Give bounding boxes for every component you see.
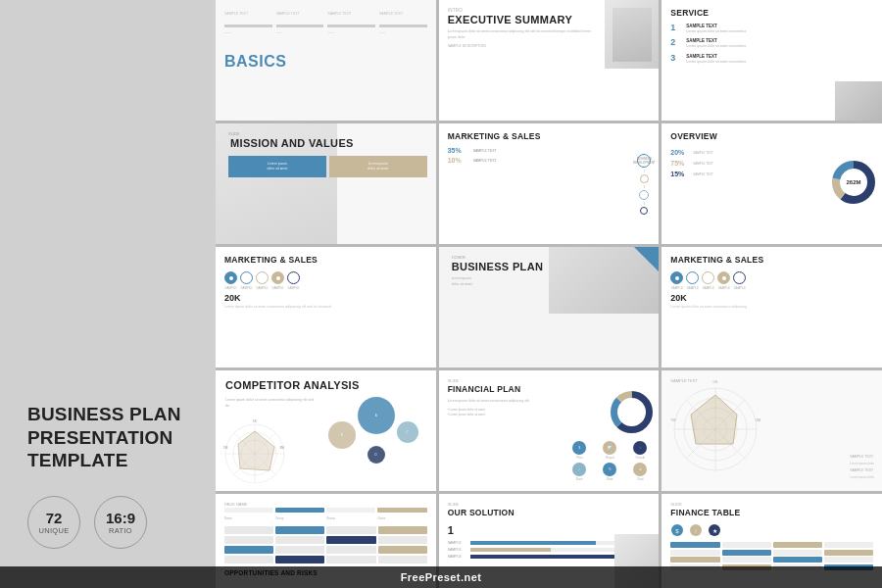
mkt2-icons: SAMPLE SAMPLE SAMPLE SAMPLE SAMPLE [224, 271, 427, 290]
ratio-value: 16:9 [106, 511, 135, 525]
fintable-title: FINANCE TABLE [670, 508, 873, 517]
slide-service: SERVICE 1 SAMPLE TEXT Lorem ipsum dolor … [662, 0, 882, 121]
exec-desc: Lorem ipsum dolor sit amet consectetur a… [448, 29, 597, 40]
svg-text:3M: 3M [756, 417, 761, 422]
unique-count: 72 [46, 511, 63, 525]
exec-tag: INTRO [448, 8, 597, 13]
service-item-2: 2 SAMPLE TEXT Lorem ipsum dolor sit amet… [670, 38, 873, 49]
mission-box-tan: Lorem ipsumdolor sit amet [329, 156, 427, 177]
badges-container: 72 UNIQUE 16:9 RATIO [27, 496, 188, 549]
svg-text:262M: 262M [846, 179, 860, 185]
svg-marker-27 [691, 395, 737, 444]
finplan-icons: $ Plan 📊 Report ↑ Growth ✓ Done % Rate ★ [565, 441, 654, 481]
service-image [835, 81, 882, 121]
fintable-icon-3: ★ [708, 523, 721, 537]
basics-title: BASICS [224, 52, 427, 71]
bp-title: BUSINESS PLAN [452, 261, 651, 273]
slide-basics: SAMPLE TEXT SAMPLE TEXT SAMPLE TEXT SAMP… [216, 0, 436, 121]
exec-subdesc: SAMPLE DESCRIPTION [448, 44, 597, 50]
svg-text:7M: 7M [670, 417, 676, 422]
svg-text:7M: 7M [223, 446, 228, 450]
slide-overview: OVERVIEW 20% SAMPLE TEXT 75% SAMPLE TEXT… [662, 123, 882, 244]
unique-label: UNIQUE [39, 526, 70, 535]
mkt1-circles: BUSINESSDEVELOPMENT [637, 154, 651, 215]
overview-title: OVERVIEW [670, 131, 873, 141]
ratio-badge: 16:9 RATIO [94, 496, 147, 549]
service-items: 1 SAMPLE TEXT Lorem ipsum dolor sit amet… [670, 24, 873, 65]
main-title: BUSINESS PLAN PRESENTATION TEMPLATE [27, 403, 188, 472]
finplan-chart [610, 390, 654, 434]
svg-text:5K: 5K [253, 419, 258, 423]
slide-business-plan: COVER BUSINESS PLAN Lorem ipsumdolor sit… [439, 247, 660, 368]
competitor-bubbles: A B C D [323, 387, 431, 475]
service-item-1: 1 SAMPLE TEXT Lorem ipsum dolor sit amet… [670, 24, 873, 34]
slide-mission: SLIDE MISSION AND VALUES Lorem ipsumdolo… [216, 123, 436, 244]
competitor-radar: 5K 7M 3M [220, 419, 289, 483]
slide-competitor-analysis: COMPETITOR ANALYSIS Lorem ipsum dolor si… [216, 370, 436, 491]
mkt2-title: MARKETING & SALES [224, 255, 427, 265]
slides-grid: SAMPLE TEXT SAMPLE TEXT SAMPLE TEXT SAMP… [216, 0, 882, 588]
exec-image [605, 0, 659, 69]
bp-content: COVER BUSINESS PLAN Lorem ipsumdolor sit… [448, 255, 651, 287]
mission-title: MISSION AND VALUES [228, 137, 427, 150]
opp-table [224, 526, 427, 565]
svg-text:★: ★ [712, 528, 717, 534]
svg-text:3M: 3M [279, 446, 284, 450]
mkt3-value: 20K [670, 293, 873, 303]
mission-boxes: Lorem ipsumdolor sit amet Lorem ipsumdol… [228, 156, 427, 177]
mkt3-icons: SAMPLE SAMPLE SAMPLE SAMPLE SAMPLE [670, 271, 873, 290]
slide-marketing-2: MARKETING & SALES SAMPLE SAMPLE SAMPLE S… [216, 247, 436, 368]
mission-content: SLIDE MISSION AND VALUES Lorem ipsumdolo… [224, 131, 427, 177]
slide-executive-summary: INTRO EXECUTIVE SUMMARY Lorem ipsum dolo… [439, 0, 660, 121]
mkt1-pct2: 10% [448, 157, 469, 164]
slide-marketing-1: MARKETING & SALES 35% SAMPLE TEXT 10% SA… [439, 123, 660, 244]
service-item-3: 3 SAMPLE TEXT Lorem ipsum dolor sit amet… [670, 54, 873, 65]
mkt1-pct1: 35% [448, 147, 469, 154]
overview-donut: 262M [829, 158, 878, 211]
fintable-icon-2: ↑ [689, 523, 703, 537]
mkt2-value: 20K [224, 293, 427, 303]
exec-title: EXECUTIVE SUMMARY [448, 14, 597, 26]
spider-chart: 5K 7M 3M [666, 380, 764, 478]
ratio-label: RATIO [109, 526, 132, 535]
fintable-icon-1: $ [670, 523, 684, 537]
mission-box-blue: Lorem ipsumdolor sit amet [228, 156, 326, 177]
left-panel: BUSINESS PLAN PRESENTATION TEMPLATE 72 U… [0, 0, 216, 588]
mkt1-stats: 35% SAMPLE TEXT 10% SAMPLE TEXT [448, 147, 651, 164]
svg-text:↑: ↑ [695, 528, 698, 534]
watermark-text: FreePreset.net [401, 571, 482, 583]
slide-spider: SAMPLE TEXT 5K 7M 3M SAMPLE TEXT Lorem i… [662, 370, 882, 491]
mkt1-title: MARKETING & SALES [448, 131, 651, 141]
solution-title: OUR SOLUTION [448, 508, 651, 517]
svg-text:5K: 5K [713, 380, 718, 384]
slide-marketing-3: MARKETING & SALES SAMPLE SAMPLE SAMPLE S… [662, 247, 882, 368]
watermark-bar: FreePreset.net [0, 566, 882, 588]
slide-financial-plan: SLIDE FINANCIAL PLAN Lorem ipsum dolor s… [439, 370, 660, 491]
svg-marker-12 [238, 431, 274, 470]
mkt3-title: MARKETING & SALES [670, 255, 873, 265]
service-title: SERVICE [670, 8, 873, 18]
unique-badge: 72 UNIQUE [27, 496, 80, 549]
